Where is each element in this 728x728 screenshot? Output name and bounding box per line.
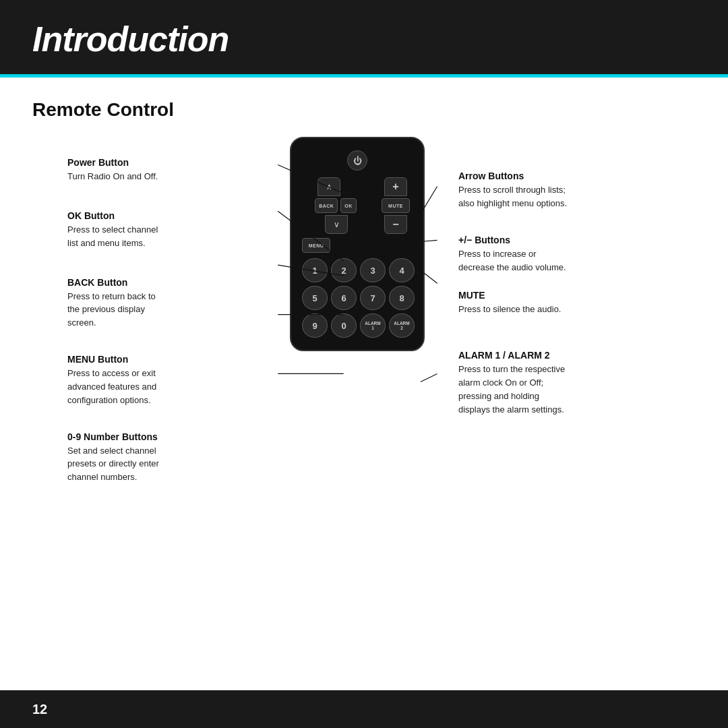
label-back: BACK Button Press to return back tothe p…	[67, 277, 256, 330]
arrow-label-desc: Press to scroll through lists;also highl…	[458, 185, 567, 208]
mute-label-title: MUTE	[458, 290, 661, 301]
labels-left: Power Button Turn Radio On and Off. OK B…	[67, 137, 256, 503]
ok-button[interactable]: OK	[340, 198, 357, 213]
remote-control: ⏻ ∧ +	[270, 137, 445, 351]
remote-diagram: Power Button Turn Radio On and Off. OK B…	[67, 137, 661, 503]
minus-button[interactable]: −	[384, 215, 407, 234]
back-button[interactable]: BACK	[315, 198, 338, 213]
label-alarm: ALARM 1 / ALARM 2 Press to turn the resp…	[458, 350, 661, 416]
num-5-button[interactable]: 5	[302, 286, 328, 310]
alarm-label-desc: Press to turn the respectivealarm clock …	[458, 364, 565, 415]
mute-button[interactable]: MUTE	[382, 198, 410, 213]
remote-body: ⏻ ∧ +	[290, 137, 425, 351]
back-label-desc: Press to return back tothe previous disp…	[67, 291, 156, 328]
alarm-2-button[interactable]: ALARM2	[389, 313, 415, 338]
power-label-title: Power Button	[67, 157, 256, 168]
labels-right: Arrow Buttons Press to scroll through li…	[458, 137, 661, 435]
num-1-button[interactable]: 1	[302, 258, 328, 282]
arrow-up-button[interactable]: ∧	[317, 177, 340, 196]
section-title: Remote Control	[32, 99, 696, 121]
numpad: 1 2 3 4 5 6 7 8 9 0 ALARM1 ALARM2	[302, 258, 413, 338]
main-content: Remote Control Power Button Turn Radio O…	[0, 78, 728, 503]
arrow-label-title: Arrow Buttons	[458, 171, 661, 181]
back-label-title: BACK Button	[67, 277, 256, 288]
remote-diagram-container: Power Button Turn Radio On and Off. OK B…	[67, 137, 661, 503]
num-9-button[interactable]: 9	[302, 313, 328, 338]
num-6-button[interactable]: 6	[331, 286, 357, 310]
num-0-button[interactable]: 0	[331, 313, 357, 338]
num-2-button[interactable]: 2	[331, 258, 357, 282]
power-label-desc: Turn Radio On and Off.	[67, 171, 158, 181]
number-label-title: 0-9 Number Buttons	[67, 431, 256, 442]
label-menu: MENU Button Press to access or exitadvan…	[67, 354, 256, 407]
label-number: 0-9 Number Buttons Set and select channe…	[67, 431, 256, 485]
label-power: Power Button Turn Radio On and Off.	[67, 157, 256, 183]
num-8-button[interactable]: 8	[389, 286, 415, 310]
header: Introduction	[0, 0, 728, 74]
footer: 12	[0, 690, 728, 728]
arrow-down-button[interactable]: ∨	[325, 215, 348, 234]
menu-label-desc: Press to access or exitadvanced features…	[67, 368, 156, 405]
label-plus-minus: +/− Buttons Press to increase ordecrease…	[458, 235, 661, 274]
ok-label-title: OK Button	[67, 210, 256, 221]
plus-minus-label-title: +/− Buttons	[458, 235, 661, 245]
num-7-button[interactable]: 7	[360, 286, 386, 310]
ok-label-desc: Press to select channellist and menu ite…	[67, 224, 158, 248]
page-number: 12	[32, 702, 47, 717]
page-title: Introduction	[32, 20, 229, 59]
num-4-button[interactable]: 4	[389, 258, 415, 282]
power-button[interactable]: ⏻	[347, 150, 367, 171]
minus-icon: −	[392, 218, 398, 231]
menu-label-title: MENU Button	[67, 354, 256, 365]
num-3-button[interactable]: 3	[360, 258, 386, 282]
alarm-label-title: ALARM 1 / ALARM 2	[458, 350, 661, 361]
label-mute: MUTE Press to silence the audio.	[458, 290, 661, 316]
label-arrow: Arrow Buttons Press to scroll through li…	[458, 171, 661, 210]
power-icon: ⏻	[353, 156, 362, 166]
power-row: ⏻	[302, 150, 413, 171]
label-ok: OK Button Press to select channellist an…	[67, 210, 256, 250]
plus-button[interactable]: +	[384, 177, 407, 196]
mute-label-desc: Press to silence the audio.	[458, 304, 561, 314]
number-label-desc: Set and select channelpresets or directl…	[67, 446, 159, 483]
plus-minus-label-desc: Press to increase ordecrease the audio v…	[458, 249, 566, 272]
alarm-1-button[interactable]: ALARM1	[360, 313, 386, 338]
plus-icon: +	[392, 181, 398, 193]
up-arrow-icon: ∧	[326, 182, 332, 191]
down-arrow-icon: ∨	[334, 220, 340, 229]
menu-button[interactable]: MENU	[302, 238, 330, 253]
